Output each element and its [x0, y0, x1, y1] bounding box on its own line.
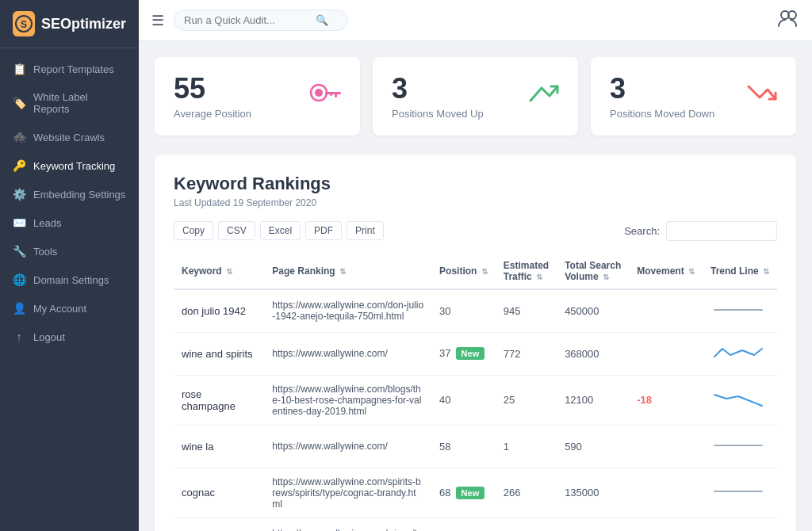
sidebar-item-keyword-tracking[interactable]: 🔑 Keyword Tracking: [0, 151, 139, 180]
sidebar-label-keyword-tracking: Keyword Tracking: [33, 160, 115, 172]
cell-estimated-traffic: 772: [496, 332, 557, 375]
arrow-down-icon: [745, 80, 777, 112]
cell-position: 37New: [431, 332, 496, 375]
sidebar: S SEOptimizer 📋 Report Templates🏷️ White…: [0, 0, 139, 531]
stat-info-down: 3 Positions Moved Down: [610, 73, 714, 120]
sidebar-label-embedding-settings: Embedding Settings: [33, 189, 125, 201]
sidebar-item-report-templates[interactable]: 📋 Report Templates: [0, 55, 139, 83]
menu-button[interactable]: ☰: [151, 12, 164, 29]
table-row: don julio 1942 https://www.wallywine.com…: [174, 289, 777, 333]
col-estimated-traffic[interactable]: EstimatedTraffic ⇅: [496, 254, 557, 289]
sidebar-item-tools[interactable]: 🔧 Tools: [0, 237, 139, 266]
main-area: ☰ 🔍 55 Average Position: [139, 0, 812, 531]
sidebar-item-embedding-settings[interactable]: ⚙️ Embedding Settings: [0, 180, 139, 208]
avatar-icon[interactable]: [777, 12, 799, 32]
table-subtitle: Last Updated 19 September 2020: [174, 197, 777, 208]
table-controls: Copy CSV Excel PDF Print Search:: [174, 221, 777, 241]
cell-keyword: rose champagne: [174, 375, 264, 425]
csv-button[interactable]: CSV: [218, 221, 255, 240]
col-trend-line[interactable]: Trend Line ⇅: [703, 254, 777, 289]
svg-rect-7: [335, 92, 337, 97]
search-input[interactable]: [184, 14, 311, 26]
cell-keyword: don julio 1942: [174, 289, 264, 333]
avg-position-label: Average Position: [174, 108, 251, 120]
col-keyword[interactable]: Keyword ⇅: [174, 254, 264, 289]
cell-total-search-volume: 450000: [557, 289, 629, 333]
cell-keyword: champagne: [174, 518, 264, 531]
topbar: ☰ 🔍: [139, 0, 812, 41]
cell-url: https://www.wallywine.com/blogs/the-10-b…: [264, 375, 431, 425]
table-search-input[interactable]: [666, 221, 777, 241]
cell-url: https://www.wallywine.com/don-julio-1942…: [264, 289, 431, 333]
col-page-ranking[interactable]: Page Ranking ⇅: [264, 254, 431, 289]
sidebar-label-my-account: My Account: [33, 303, 86, 315]
cell-movement: [629, 425, 703, 468]
table-title: Keyword Rankings: [174, 174, 777, 194]
cell-movement: -18: [629, 375, 703, 425]
col-movement[interactable]: Movement ⇅: [629, 254, 703, 289]
sidebar-item-website-crawls[interactable]: 🕷️ Website Crawls: [0, 123, 139, 151]
sidebar-label-website-crawls: Website Crawls: [33, 132, 105, 143]
cell-movement: [629, 289, 703, 333]
key-icon: [309, 80, 341, 112]
col-position[interactable]: Position ⇅: [431, 254, 496, 289]
cell-total-search-volume: 135000: [557, 468, 629, 518]
quick-audit-search[interactable]: 🔍: [174, 10, 348, 31]
sidebar-icon-embedding-settings: ⚙️: [13, 188, 25, 201]
sidebar-label-domain-settings: Domain Settings: [33, 274, 109, 286]
sidebar-icon-report-templates: 📋: [13, 63, 25, 75]
print-button[interactable]: Print: [347, 221, 384, 240]
app-name: SEOptimizer: [41, 16, 126, 32]
sidebar-item-leads[interactable]: ✉️ Leads: [0, 208, 139, 237]
positions-down-value: 3: [610, 73, 714, 105]
cell-estimated-traffic: 25: [496, 375, 557, 425]
search-icon: 🔍: [316, 14, 328, 26]
stat-card-positions-down: 3 Positions Moved Down: [591, 57, 796, 136]
cell-estimated-traffic: 266: [496, 468, 557, 518]
sidebar-item-my-account[interactable]: 👤 My Account: [0, 294, 139, 323]
excel-button[interactable]: Excel: [260, 221, 301, 240]
stat-card-positions-up: 3 Positions Moved Up: [373, 57, 578, 136]
cell-trend: [703, 518, 777, 531]
avg-position-value: 55: [174, 73, 251, 105]
sidebar-label-tools: Tools: [33, 246, 57, 258]
sidebar-icon-domain-settings: 🌐: [13, 273, 25, 286]
cell-trend: [703, 375, 777, 425]
cell-position: 68New: [431, 468, 496, 518]
sidebar-icon-logout: ↑: [13, 330, 25, 343]
movement-value: -18: [637, 394, 652, 406]
cell-estimated-traffic: 396: [496, 518, 557, 531]
stat-info: 55 Average Position: [174, 73, 251, 120]
table-search: Search:: [624, 221, 777, 241]
cell-trend: [703, 332, 777, 375]
cell-total-search-volume: 368000: [557, 332, 629, 375]
sidebar-item-domain-settings[interactable]: 🌐 Domain Settings: [0, 266, 139, 294]
cell-estimated-traffic: 1: [496, 425, 557, 468]
sidebar-label-leads: Leads: [33, 217, 61, 229]
stats-row: 55 Average Position 3 Posi: [155, 57, 796, 136]
sidebar-item-white-label-reports[interactable]: 🏷️ White Label Reports: [0, 83, 139, 123]
pdf-button[interactable]: PDF: [305, 221, 342, 240]
copy-button[interactable]: Copy: [174, 221, 213, 240]
col-total-search-volume[interactable]: Total SearchVolume ⇅: [557, 254, 629, 289]
sidebar-item-logout[interactable]: ↑ Logout: [0, 323, 139, 351]
svg-text:S: S: [21, 19, 27, 30]
table-header-row: Keyword ⇅ Page Ranking ⇅ Position ⇅ Esti…: [174, 254, 777, 289]
cell-position: 97New: [431, 518, 496, 531]
sidebar-icon-website-crawls: 🕷️: [13, 131, 25, 143]
sidebar-icon-white-label-reports: 🏷️: [13, 97, 25, 109]
cell-trend: [703, 468, 777, 518]
arrow-up-icon: [527, 80, 559, 112]
cell-position: 30: [431, 289, 496, 333]
search-label: Search:: [624, 225, 660, 237]
keyword-rankings-section: Keyword Rankings Last Updated 19 Septemb…: [155, 155, 796, 531]
cell-url: https://www.wallywine.com/: [264, 425, 431, 468]
sidebar-icon-tools: 🔧: [13, 245, 25, 258]
sidebar-logo[interactable]: S SEOptimizer: [0, 0, 139, 48]
table-row: wine la https://www.wallywine.com/ 58 1 …: [174, 425, 777, 468]
sidebar-icon-my-account: 👤: [13, 302, 25, 315]
table-row: wine and spirits https://www.wallywine.c…: [174, 332, 777, 375]
cell-url: https://www.wallywine.com/spirits-brews/…: [264, 468, 431, 518]
cell-keyword: wine and spirits: [174, 332, 264, 375]
topbar-right: [777, 9, 799, 32]
